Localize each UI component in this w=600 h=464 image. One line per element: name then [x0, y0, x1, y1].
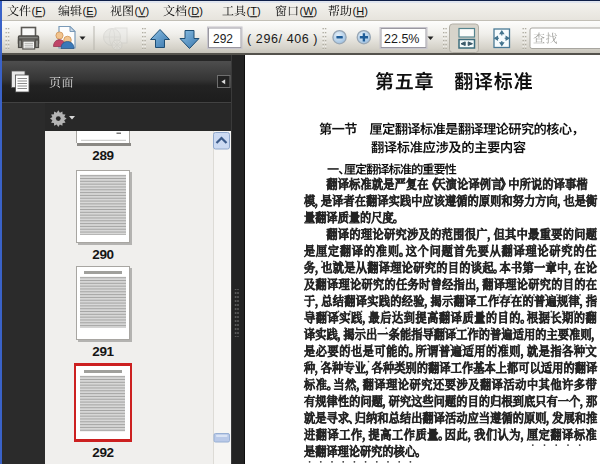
- svg-text:(F): (F): [32, 5, 46, 17]
- svg-text:(T): (T): [247, 5, 261, 17]
- svg-text:292: 292: [213, 32, 233, 46]
- svg-text:291: 291: [92, 344, 114, 359]
- svg-text:( 296/ 406 ): ( 296/ 406 ): [247, 32, 318, 46]
- svg-text:292: 292: [92, 445, 114, 460]
- svg-text:(H): (H): [353, 5, 368, 17]
- svg-text:289: 289: [92, 148, 114, 163]
- svg-text:(E): (E): [83, 5, 98, 17]
- svg-text:(V): (V): [135, 5, 150, 17]
- svg-text:(W): (W): [300, 5, 318, 17]
- svg-text:22.5%: 22.5%: [384, 32, 419, 46]
- svg-text:290: 290: [92, 247, 114, 262]
- svg-text:(D): (D): [188, 5, 203, 17]
